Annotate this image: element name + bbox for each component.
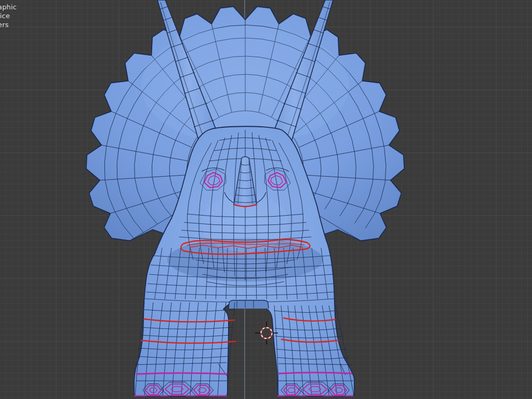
overlay-line-object: lice (0, 11, 17, 20)
overlay-line-units: ers (0, 20, 17, 29)
3d-viewport[interactable]: aphic lice ers (0, 0, 532, 399)
overlay-line-view: aphic (0, 3, 17, 11)
viewport-canvas[interactable] (0, 0, 532, 399)
viewport-overlay-text: aphic lice ers (0, 3, 17, 29)
